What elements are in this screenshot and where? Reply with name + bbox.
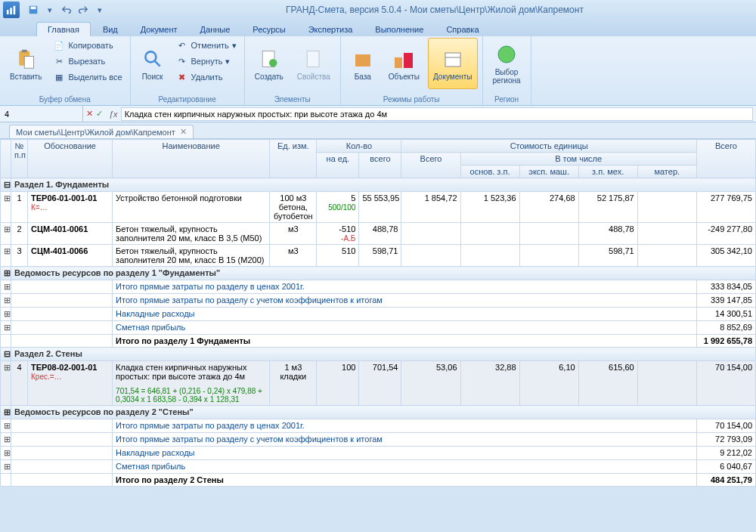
paste-button[interactable]: Вставить xyxy=(5,38,47,89)
tab-main[interactable]: Главная xyxy=(36,22,91,36)
document-tab[interactable]: Мои сметы\Центр\Жилой дом\Капремонт ✕ xyxy=(9,125,194,138)
section-row[interactable]: ⊟Раздел 2. Стены xyxy=(1,348,756,361)
subtotal-row[interactable]: ⊞Накладные расходы14 300,51 xyxy=(1,308,756,321)
base-button[interactable]: База xyxy=(345,38,380,89)
objects-icon xyxy=(392,47,416,71)
globe-icon xyxy=(494,42,519,66)
col-unit[interactable]: Ед. изм. xyxy=(270,140,317,178)
tab-data[interactable]: Данные xyxy=(190,23,241,36)
col-rtotal[interactable]: Всего xyxy=(696,140,755,178)
formula-input[interactable]: Кладка стен кирпичных наружных простых: … xyxy=(121,107,753,121)
save-icon[interactable] xyxy=(26,2,41,17)
subtotal-row[interactable]: ⊞Итого прямые затраты по разделу в ценах… xyxy=(1,419,756,433)
fx-icon[interactable]: ƒx xyxy=(106,110,121,119)
redo-button[interactable]: ↷Вернуть ▾ xyxy=(173,54,240,69)
col-obn[interactable]: Обоснование xyxy=(28,140,113,178)
resources-row[interactable]: ⊞Ведомость ресурсов по разделу 1 "Фундам… xyxy=(1,267,756,280)
select-all-icon: ▦ xyxy=(53,71,65,83)
create-icon xyxy=(257,47,281,71)
svg-rect-12 xyxy=(307,51,319,66)
col-unitcost[interactable]: Стоимость единицы xyxy=(401,140,696,153)
svg-point-11 xyxy=(269,59,277,67)
data-row[interactable]: ⊞1 ТЕР06-01-001-01К=… Устройство бетонно… xyxy=(1,192,756,223)
tab-view[interactable]: Вид xyxy=(92,23,129,36)
subtotal-row[interactable]: ⊞Итого прямые затраты по разделу в ценах… xyxy=(1,280,756,294)
col-name[interactable]: Наименование xyxy=(113,140,270,178)
svg-rect-13 xyxy=(355,54,370,66)
svg-rect-15 xyxy=(404,53,413,68)
cancel-fx-icon[interactable]: ✕ xyxy=(86,109,93,119)
tab-expertise[interactable]: Экспертиза xyxy=(298,23,364,36)
props-button[interactable]: Свойства xyxy=(292,38,336,89)
cell-reference[interactable]: 4 xyxy=(0,106,83,122)
documents-icon xyxy=(441,47,465,71)
data-row[interactable]: ⊞3 СЦМ-401-0066Бетон тяжелый, крупность … xyxy=(1,245,756,267)
data-row-selected[interactable]: ⊞4 ТЕР08-02-001-01Крес.=… Кладка стен ки… xyxy=(1,361,756,406)
svg-rect-16 xyxy=(445,53,460,66)
subtotal-row[interactable]: Итого по разделу 2 Стены484 251,79 xyxy=(1,474,756,487)
group-region: Выбор региона Регион xyxy=(483,36,531,105)
objects-button[interactable]: Объекты xyxy=(383,38,425,89)
subtotal-row[interactable]: ⊞Накладные расходы9 212,02 xyxy=(1,447,756,460)
documents-button[interactable]: Документы xyxy=(428,38,478,89)
svg-rect-14 xyxy=(395,57,402,68)
document-tabs: Мои сметы\Центр\Жилой дом\Капремонт ✕ xyxy=(0,122,756,139)
props-icon xyxy=(302,47,326,71)
data-row[interactable]: ⊞2 СЦМ-401-0061Бетон тяжелый, крупность … xyxy=(1,223,756,245)
create-button[interactable]: Создать xyxy=(249,38,289,89)
copy-button[interactable]: 📄Копировать xyxy=(50,38,125,53)
subtotal-row[interactable]: ⊞Итого прямые затраты по разделу с учето… xyxy=(1,433,756,447)
select-all-button[interactable]: ▦Выделить все xyxy=(50,70,125,85)
svg-rect-6 xyxy=(22,49,27,52)
svg-rect-4 xyxy=(31,7,36,10)
paste-icon xyxy=(14,47,38,71)
group-clipboard: Вставить 📄Копировать ✂Вырезать ▦Выделить… xyxy=(0,36,131,105)
svg-rect-1 xyxy=(10,8,12,14)
region-button[interactable]: Выбор региона xyxy=(488,38,526,89)
window-title: ГРАНД-Смета, версия 5.0.4 - Мои сметы\Це… xyxy=(116,5,753,15)
section-row[interactable]: ⊟Раздел 1. Фундаменты xyxy=(1,178,756,192)
cut-icon: ✂ xyxy=(53,55,65,67)
col-qty[interactable]: Кол-во xyxy=(317,140,401,153)
subtotal-row[interactable]: Итого по разделу 1 Фундаменты1 992 655,7… xyxy=(1,335,756,348)
tab-help[interactable]: Справка xyxy=(435,23,489,36)
svg-rect-2 xyxy=(14,6,16,14)
delete-button[interactable]: ✖Удалить xyxy=(173,70,240,85)
formula-bar: 4 ✕ ✓ ƒx Кладка стен кирпичных наружных … xyxy=(0,106,756,122)
redo-icon: ↷ xyxy=(176,55,188,67)
svg-point-18 xyxy=(498,46,515,63)
app-icon[interactable] xyxy=(3,2,20,18)
resources-row[interactable]: ⊞Ведомость ресурсов по разделу 2 "Стены" xyxy=(1,406,756,419)
search-button[interactable]: Поиск xyxy=(135,38,170,89)
col-num[interactable]: № п.п xyxy=(11,140,28,178)
tab-document[interactable]: Документ xyxy=(130,23,188,36)
search-icon xyxy=(141,47,165,71)
qat-more-icon[interactable]: ▾ xyxy=(92,2,107,17)
subtotal-row[interactable]: ⊞Сметная прибыль8 852,69 xyxy=(1,321,756,335)
title-bar: ▾ ▾ ГРАНД-Смета, версия 5.0.4 - Мои смет… xyxy=(0,0,756,20)
group-elements: Создать Свойства Элементы xyxy=(245,36,341,105)
redo-icon[interactable] xyxy=(76,2,91,17)
undo-icon[interactable] xyxy=(59,2,74,17)
ribbon: Вставить 📄Копировать ✂Вырезать ▦Выделить… xyxy=(0,36,756,106)
copy-icon: 📄 xyxy=(53,39,65,51)
undo-button[interactable]: ↶Отменить ▾ xyxy=(173,38,240,53)
svg-line-9 xyxy=(154,60,160,66)
subtotal-row[interactable]: ⊞Сметная прибыль6 040,67 xyxy=(1,460,756,474)
base-icon xyxy=(351,47,375,71)
svg-rect-7 xyxy=(24,56,33,68)
group-edit: Поиск ↶Отменить ▾ ↷Вернуть ▾ ✖Удалить Ре… xyxy=(131,36,245,105)
accept-fx-icon[interactable]: ✓ xyxy=(96,109,103,119)
estimate-grid[interactable]: № п.п Обоснование Наименование Ед. изм. … xyxy=(0,139,756,487)
quick-access-toolbar: ▾ ▾ xyxy=(26,2,107,17)
group-modes: База Объекты Документы Режимы работы xyxy=(341,36,483,105)
subtotal-row[interactable]: ⊞Итого прямые затраты по разделу с учето… xyxy=(1,294,756,308)
cut-button[interactable]: ✂Вырезать xyxy=(50,54,125,69)
close-tab-icon[interactable]: ✕ xyxy=(180,127,187,137)
undo-icon: ↶ xyxy=(176,39,188,51)
qat-dropdown-icon[interactable]: ▾ xyxy=(42,2,57,17)
svg-point-8 xyxy=(145,51,156,62)
svg-rect-0 xyxy=(7,10,9,14)
tab-execution[interactable]: Выполнение xyxy=(364,23,434,36)
tab-resources[interactable]: Ресурсы xyxy=(242,23,296,36)
